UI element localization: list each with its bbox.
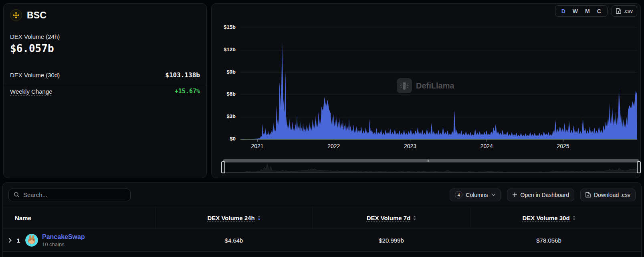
- dex-volume-24h-label: DEX Volume (24h): [10, 33, 200, 40]
- range-button-daily[interactable]: D: [558, 7, 569, 16]
- dex-volume-30d-value: $103.138b: [165, 71, 200, 79]
- datazoom-minimap[interactable]: [223, 162, 639, 173]
- column-header-dex-volume-7d[interactable]: DEX Volume 7d: [313, 207, 470, 229]
- search-icon: [14, 192, 20, 198]
- bsc-chain-icon: [10, 9, 22, 21]
- sort-icon: [257, 215, 261, 221]
- search-box[interactable]: [8, 189, 131, 201]
- range-button-cumulative[interactable]: C: [594, 7, 605, 16]
- rank-number: 1: [16, 237, 21, 244]
- protocol-chains-count: 10 chains: [42, 241, 85, 247]
- plus-icon: [512, 192, 517, 197]
- chart-csv-label: .csv: [624, 8, 633, 14]
- dex-volume-30d-label: DEX Volume (30d): [10, 72, 60, 78]
- dex-volume-chart-panel: D W M C .csv $0$3b$6b$9b$12b$15b20212022…: [211, 3, 641, 178]
- defillama-logo-icon: [397, 78, 412, 93]
- table-toolbar: 4 Columns Open in Dashboard Download .cs…: [3, 183, 641, 207]
- table-header-row: Name DEX Volume 24h DEX Volume 7d DEX Vo…: [3, 207, 641, 229]
- sort-icon: [413, 215, 416, 221]
- file-download-icon: [616, 8, 621, 14]
- table-bottom-edge: [3, 251, 641, 257]
- cell-dex-volume-30d: $78.056b: [470, 237, 628, 244]
- weekly-change-value: +15.67%: [175, 88, 200, 95]
- open-in-dashboard-label: Open in Dashboard: [521, 192, 569, 198]
- chain-title: BSC: [27, 10, 46, 21]
- table-row[interactable]: 1 PancakeSwap 10 chains $4.64b $20.999b …: [3, 229, 641, 251]
- divider: [4, 84, 206, 84]
- defillama-watermark: DefiLlama: [397, 78, 454, 93]
- cell-dex-volume-7d: $20.999b: [313, 237, 470, 244]
- download-csv-label: Download .csv: [594, 192, 630, 198]
- columns-button[interactable]: 4 Columns: [450, 189, 501, 201]
- chain-stats-panel: BSC DEX Volume (24h) $6.057b DEX Volume …: [3, 3, 207, 178]
- weekly-change-label[interactable]: Weekly Change: [10, 88, 52, 95]
- datazoom-right-handle[interactable]: [637, 161, 641, 173]
- dex-table-panel: 4 Columns Open in Dashboard Download .cs…: [2, 182, 642, 257]
- watermark-text: DefiLlama: [416, 81, 454, 90]
- chain-header: BSC: [4, 4, 206, 21]
- search-input[interactable]: [23, 191, 125, 198]
- open-in-dashboard-button[interactable]: Open in Dashboard: [507, 189, 574, 201]
- column-header-name[interactable]: Name: [3, 215, 155, 221]
- expand-row-chevron-icon[interactable]: [8, 238, 12, 243]
- range-button-weekly[interactable]: W: [569, 7, 581, 16]
- cell-dex-volume-24h: $4.64b: [155, 237, 313, 244]
- dex-volume-24h-value: $6.057b: [10, 42, 200, 54]
- file-download-icon: [585, 192, 591, 198]
- column-header-dex-volume-24h[interactable]: DEX Volume 24h: [155, 207, 313, 229]
- time-range-group: D W M C: [555, 5, 608, 17]
- columns-button-label: Columns: [466, 192, 488, 198]
- chart-csv-button[interactable]: .csv: [612, 5, 637, 17]
- protocol-name-link[interactable]: PancakeSwap: [42, 233, 85, 241]
- range-button-monthly[interactable]: M: [581, 7, 594, 16]
- download-csv-button[interactable]: Download .csv: [580, 189, 636, 201]
- columns-count-badge: 4: [455, 191, 462, 199]
- column-header-dex-volume-30d[interactable]: DEX Volume 30d: [470, 207, 628, 229]
- sort-icon: [572, 215, 576, 221]
- pancakeswap-logo-icon: [25, 234, 38, 247]
- chevron-down-icon: [491, 193, 496, 196]
- datazoom-grip[interactable]: [427, 160, 429, 162]
- datazoom-bar[interactable]: [223, 159, 639, 162]
- datazoom-left-handle[interactable]: [221, 161, 225, 173]
